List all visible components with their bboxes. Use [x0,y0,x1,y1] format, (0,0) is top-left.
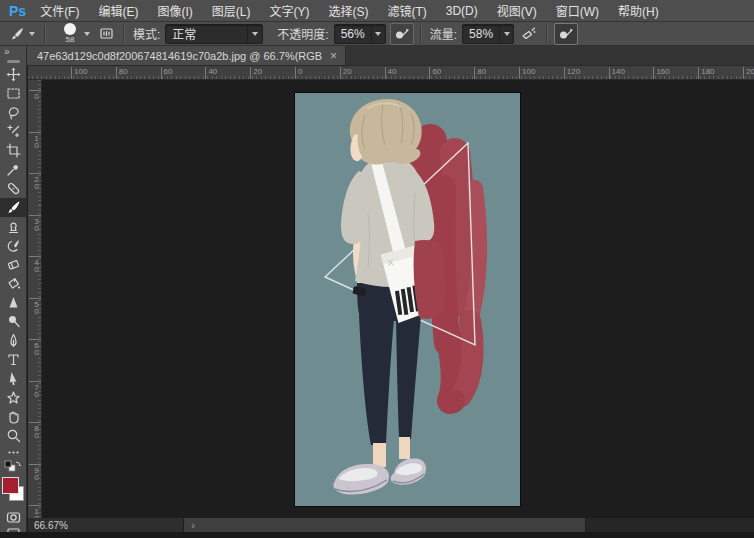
rectangular-marquee-tool[interactable] [0,84,27,103]
options-bar: 58 模式: 正常 不透明度: 56% [0,22,754,46]
paint-bucket-icon [6,276,21,291]
toggle-brush-panel-button[interactable] [96,24,117,44]
pen-tool[interactable] [0,331,27,350]
type-icon [6,352,21,367]
clone-stamp-tool[interactable] [0,217,27,236]
ruler-tick-label: 60 [29,339,41,355]
ruler-tick-label: 80 [474,67,486,79]
triangle-icon [6,295,21,310]
ruler-tick-label: 100 [29,505,41,518]
menu-file[interactable]: 文件(F) [40,2,79,19]
toolbar-collapse-icon[interactable]: » [0,46,26,59]
quick-mask-button[interactable] [0,508,27,527]
bandaid-icon [6,181,21,196]
color-swatches[interactable] [0,476,27,502]
document-tab[interactable]: 47e63d129c0d8f200674814619c70a2b.jpg @ 6… [27,46,346,65]
edit-toolbar-button[interactable] [0,445,27,459]
ruler-tick-label: 20 [250,67,262,79]
move-tool[interactable] [0,65,27,84]
ruler-tick-label: 50 [29,298,41,314]
quick-selection-tool[interactable] [0,122,27,141]
dodge-tool[interactable] [0,312,27,331]
type-tool[interactable] [0,350,27,369]
chevron-down-icon [29,32,35,36]
airbrush-button[interactable] [518,24,540,44]
tool-preset-picker[interactable] [6,24,38,44]
chevron-down-icon [84,32,90,36]
brush-tool[interactable] [0,198,27,217]
pressure-opacity-button[interactable] [390,23,414,45]
menu-image[interactable]: 图像(I) [157,2,192,19]
brush-size-value: 58 [66,36,75,44]
chevron-down-icon [371,25,385,43]
pen-pressure-icon [558,26,574,42]
menu-view[interactable]: 视图(V) [497,2,537,19]
ruler-tick-label: 80 [116,67,128,79]
menu-filter[interactable]: 滤镜(T) [387,2,426,19]
lasso-icon [6,105,21,120]
mode-select[interactable]: 正常 [165,24,263,44]
flow-select[interactable]: 58% [462,24,514,44]
ruler-tick-label: 60 [161,67,173,79]
marquee-icon [6,86,21,101]
eyedropper-icon [6,162,21,177]
zoom-level-field[interactable]: 66.67% [28,518,184,532]
document-image[interactable] [295,93,520,506]
history-brush-tool[interactable] [0,236,27,255]
stamp-icon [6,219,21,234]
menu-window[interactable]: 窗口(W) [556,2,599,19]
hand-tool[interactable] [0,407,27,426]
document-title: 47e63d129c0d8f200674814619c70a2b.jpg @ 6… [37,50,322,62]
document-tab-bar: 47e63d129c0d8f200674814619c70a2b.jpg @ 6… [27,46,754,66]
ruler-tick-label: 20 [340,67,352,79]
ellipsis-icon [6,445,21,460]
ruler-tick-label: 40 [29,256,41,272]
star-shape-icon [6,390,21,405]
opacity-label: 不透明度: [277,25,328,42]
menu-layer[interactable]: 图层(L) [212,2,251,19]
ruler-tick-label: 0 [29,90,41,99]
brush-preset-picker[interactable]: 58 [60,23,90,44]
chevron-down-icon [499,25,513,43]
flow-value: 58% [463,27,499,41]
path-selection-tool[interactable] [0,369,27,388]
canvas-area[interactable] [42,80,754,518]
custom-shape-tool[interactable] [0,388,27,407]
ruler-tick-label: 60 [429,67,441,79]
tools-panel: » [0,46,27,538]
menu-3d[interactable]: 3D(D) [446,4,478,18]
brush-panel-icon [99,26,114,41]
airbrush-icon [521,26,537,42]
status-bar: 66.67% › [28,518,754,532]
default-colors-control[interactable] [0,459,27,473]
pen-nib-icon [6,333,21,348]
opacity-select[interactable]: 56% [334,24,386,44]
ruler-tick-label: 10 [29,132,41,148]
crop-tool[interactable] [0,141,27,160]
tab-close-icon[interactable]: × [330,49,337,63]
menu-edit[interactable]: 编辑(E) [98,2,138,19]
menu-help[interactable]: 帮助(H) [618,2,659,19]
ruler-tick-label: 200 [743,67,754,79]
foreground-color-swatch[interactable] [2,477,19,494]
chevron-down-icon [247,25,262,43]
ruler-horizontal[interactable]: 100 80 60 40 20 0 20 40 60 80 100 120 14… [28,66,754,80]
eraser-tool[interactable] [0,255,27,274]
ruler-tick-label: 100 [519,67,535,79]
ruler-tick-label: 70 [29,381,41,397]
status-chevron-icon[interactable]: › [184,518,202,532]
paint-bucket-tool[interactable] [0,274,27,293]
ruler-vertical[interactable]: 0 10 20 30 40 50 60 70 80 90 100 [28,80,42,518]
menu-select[interactable]: 选择(S) [328,2,368,19]
pressure-size-button[interactable] [554,23,578,45]
crop-icon [6,143,21,158]
sharpen-tool[interactable] [0,293,27,312]
menu-type[interactable]: 文字(Y) [269,2,309,19]
lasso-tool[interactable] [0,103,27,122]
red-paint-over-bag [414,240,445,319]
eyedropper-tool[interactable] [0,160,27,179]
move-icon [6,67,21,82]
spot-healing-brush-tool[interactable] [0,179,27,198]
hand-icon [6,409,21,424]
zoom-tool[interactable] [0,426,27,445]
